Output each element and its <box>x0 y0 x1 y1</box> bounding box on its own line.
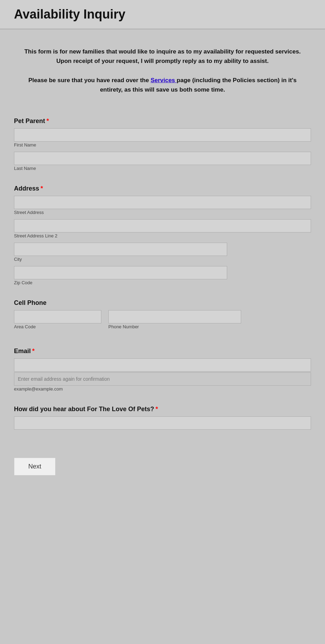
phone-row: Area Code Phone Number <box>14 310 311 334</box>
intro-paragraph-2: Please be sure that you have read over t… <box>21 76 304 94</box>
intro-p2-before: Please be sure that you have read over t… <box>28 77 151 84</box>
email-section: Email* example@example.com <box>14 348 311 392</box>
city-label: City <box>14 257 311 262</box>
required-star-email: * <box>32 348 35 355</box>
address-section: Address* Street Address Street Address L… <box>14 185 311 285</box>
required-star-address: * <box>41 185 43 192</box>
pet-parent-section: Pet Parent* First Name Last Name <box>14 117 311 171</box>
last-name-input[interactable] <box>14 152 311 165</box>
email-example-label: example@example.com <box>14 386 311 392</box>
email-input[interactable] <box>14 358 311 372</box>
email-confirm-input[interactable] <box>14 372 311 386</box>
zip-input[interactable] <box>14 266 227 279</box>
cell-phone-section: Cell Phone Area Code Phone Number <box>14 299 311 334</box>
cell-phone-label: Cell Phone <box>14 299 311 307</box>
area-code-input[interactable] <box>14 310 101 323</box>
address-label: Address* <box>14 185 311 192</box>
area-code-field: Area Code <box>14 310 101 334</box>
page-title: Availability Inquiry <box>14 7 311 22</box>
header: Availability Inquiry <box>0 0 325 29</box>
first-name-input[interactable] <box>14 128 311 142</box>
required-star-hear: * <box>156 406 158 413</box>
intro-section: This form is for new families that would… <box>14 43 311 98</box>
hear-about-section: How did you hear about For The Love Of P… <box>14 406 311 430</box>
phone-number-input[interactable] <box>108 310 241 323</box>
services-link[interactable]: Services <box>151 77 177 84</box>
hear-about-label: How did you hear about For The Love Of P… <box>14 406 311 413</box>
pet-parent-label: Pet Parent* <box>14 117 311 125</box>
email-label: Email* <box>14 348 311 355</box>
phone-number-field: Phone Number <box>108 310 241 334</box>
phone-number-label: Phone Number <box>108 324 241 329</box>
street-address2-input[interactable] <box>14 219 311 232</box>
street-address-input[interactable] <box>14 196 311 209</box>
first-name-label: First Name <box>14 142 311 148</box>
main-content: This form is for new families that would… <box>0 29 325 496</box>
required-star: * <box>46 117 49 124</box>
street-address-label: Street Address <box>14 210 311 215</box>
next-button[interactable]: Next <box>14 458 56 475</box>
hear-about-input[interactable] <box>14 416 311 430</box>
street-address2-label: Street Address Line 2 <box>14 233 311 238</box>
intro-paragraph-1: This form is for new families that would… <box>21 47 304 66</box>
zip-label: Zip Code <box>14 280 311 285</box>
city-input[interactable] <box>14 243 227 256</box>
last-name-label: Last Name <box>14 166 311 171</box>
area-code-label: Area Code <box>14 324 101 329</box>
